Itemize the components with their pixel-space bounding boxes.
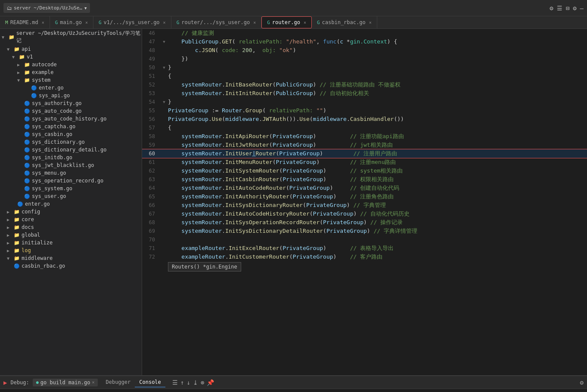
toolbar-scroll-btn[interactable]: ⤓ xyxy=(193,379,198,386)
sidebar-item-sys-authority[interactable]: 🔵 sys_authority.go xyxy=(0,99,142,107)
minimize-icon[interactable]: — xyxy=(580,5,584,12)
tab-close-router[interactable]: × xyxy=(304,20,306,25)
split-icon[interactable]: ⊟ xyxy=(566,5,569,12)
line-number: 55 xyxy=(142,106,160,115)
sidebar-item-system[interactable]: ▼ 📁 system xyxy=(0,76,142,84)
code-area[interactable]: 46 // 健康监测 47 ▼ PublicGroup.GET( relativ… xyxy=(142,29,587,375)
settings-icon[interactable]: ⚙ xyxy=(550,5,553,12)
sidebar-item-api[interactable]: ▼ 📁 api xyxy=(0,45,142,53)
tab-v1-sys-user[interactable]: G v1/.../sys_user.go × xyxy=(93,16,171,28)
sidebar-item-config[interactable]: ▶ 📁 config xyxy=(0,208,142,216)
tab-close-v1[interactable]: × xyxy=(163,20,166,25)
tab-label: v1/.../sys_user.go xyxy=(104,19,160,25)
sidebar-item-sys-jwt-blacklist[interactable]: 🔵 sys_jwt_blacklist.go xyxy=(0,161,142,169)
sidebar-item-sys-auto-code-history[interactable]: 🔵 sys_auto_code_history.go xyxy=(0,115,142,123)
expand-arrow: ▶ xyxy=(7,225,12,230)
left-panel: ▼ 📁 server ~/Desktop/UzJuSecurityTools/学… xyxy=(0,29,142,375)
folder-icon: 📁 xyxy=(14,240,20,246)
sidebar-item-sys-system[interactable]: 🔵 sys_system.go xyxy=(0,185,142,192)
line-number: 50 xyxy=(142,63,160,72)
sidebar-item-enter-go-v1[interactable]: ▶ 🔵 enter.go xyxy=(0,84,142,92)
toolbar-up-btn[interactable]: ↑ xyxy=(180,379,184,386)
sidebar-item-initialize[interactable]: ▶ 📁 initialize xyxy=(0,239,142,247)
sidebar-item-sys-operation-record[interactable]: 🔵 sys_operation_record.go xyxy=(0,177,142,185)
tab-label: router.go xyxy=(272,19,300,25)
tree-label: sys_captcha.go xyxy=(32,123,75,130)
sidebar-item-v1[interactable]: ▼ 📁 v1 xyxy=(0,53,142,61)
top-bar: 🗂 server ~/Desktop/UzJuSecurityTools/学习笔… xyxy=(0,0,587,16)
gear-icon[interactable]: ⚙ xyxy=(573,5,576,12)
sidebar-item-casbin-rbac[interactable]: 🔵 casbin_rbac.go xyxy=(0,262,142,270)
sidebar-item-example[interactable]: ▶ 📁 example xyxy=(0,68,142,76)
sidebar-item-autocode[interactable]: ▶ 📁 autocode xyxy=(0,61,142,68)
toolbar-pin-btn[interactable]: 📌 xyxy=(207,379,214,386)
sidebar-item-log[interactable]: ▶ 📁 log xyxy=(0,247,142,254)
tree-label: sys_api.go xyxy=(39,93,70,99)
sidebar-item-sys-dictionary-detail[interactable]: 🔵 sys_dictionary_detail.go xyxy=(0,146,142,154)
tree-label: config xyxy=(22,209,40,215)
folder-icon: 📁 xyxy=(9,34,15,40)
line-content: systemRouter.InitSysDictionaryDetailRout… xyxy=(168,227,587,235)
sidebar-item-enter-go-api[interactable]: 🔵 enter.go xyxy=(0,200,142,208)
sidebar-item-sys-casbin[interactable]: 🔵 sys_casbin.go xyxy=(0,130,142,138)
folder-icon: 📁 xyxy=(24,77,30,83)
tab-close-casbin[interactable]: × xyxy=(369,20,372,25)
expand-arrow: ▶ xyxy=(7,241,12,245)
tab-router-sys-user[interactable]: G router/.../sys_user.go × xyxy=(171,16,262,28)
line-number: 52 xyxy=(142,80,160,89)
sidebar-item-sys-captcha[interactable]: 🔵 sys_captcha.go xyxy=(0,123,142,130)
sidebar-item-sys-menu[interactable]: 🔵 sys_menu.go xyxy=(0,169,142,177)
line-content: exampleRouter.InitExcelRouter(PrivateGro… xyxy=(168,244,587,253)
line-number: 69 xyxy=(142,227,160,235)
line-content: } xyxy=(168,98,587,106)
tree-label: sys_system.go xyxy=(32,185,72,191)
line-number: 61 xyxy=(142,158,160,167)
sidebar-item-sys-api[interactable]: ▶ 🔵 sys_api.go xyxy=(0,92,142,99)
build-label: go build main.go xyxy=(40,380,90,386)
tab-label: casbin_rbac.go xyxy=(322,19,366,25)
sidebar-item-sys-user[interactable]: 🔵 sys_user.go xyxy=(0,192,142,200)
settings-icon-debug[interactable]: ⚙ xyxy=(580,379,584,386)
go-file-icon: 🔵 xyxy=(24,178,30,184)
go-file-icon: 🔵 xyxy=(31,85,37,91)
tab-casbin-rbac[interactable]: G casbin_rbac.go × xyxy=(312,16,377,28)
gutter xyxy=(160,29,168,37)
sidebar-item-sys-auto-code[interactable]: 🔵 sys_auto_code.go xyxy=(0,107,142,115)
tree-label: sys_initdb.go xyxy=(32,154,72,161)
debug-tabs: Debugger Console xyxy=(101,377,165,387)
tab-close-router-sys[interactable]: × xyxy=(253,20,256,25)
toolbar-list-btn[interactable]: ☰ xyxy=(172,379,178,386)
tab-console[interactable]: Console xyxy=(135,377,165,387)
line-number: 67 xyxy=(142,210,160,218)
sidebar-item-global[interactable]: ▶ 📁 global xyxy=(0,231,142,239)
sidebar-item-middleware[interactable]: ▼ 📁 middleware xyxy=(0,254,142,262)
tab-main-go[interactable]: G main.go × xyxy=(50,16,93,28)
console-output[interactable]: 2021/12/30 17:10:03 /Users/admin/go/pkg/… xyxy=(0,389,587,392)
tab-router-go[interactable]: G router.go × xyxy=(261,16,312,28)
toolbar-down-btn[interactable]: ↓ xyxy=(186,379,190,386)
close-icon-build[interactable]: × xyxy=(92,380,94,385)
line-number: 47 xyxy=(142,37,160,46)
tree-label: docs xyxy=(22,224,34,230)
file-tree: ▼ 📁 server ~/Desktop/UzJuSecurityTools/学… xyxy=(0,29,142,375)
list-icon[interactable]: ☰ xyxy=(557,5,562,12)
project-label[interactable]: 🗂 server ~/Desktop/UzJuSecurityTools/学习笔… xyxy=(3,3,90,13)
folder-icon: 📁 xyxy=(14,209,20,215)
sidebar-item-server[interactable]: ▼ 📁 server ~/Desktop/UzJuSecurityTools/学… xyxy=(0,29,142,45)
tab-close-readme[interactable]: × xyxy=(42,20,44,25)
sidebar-item-sys-dictionary[interactable]: 🔵 sys_dictionary.go xyxy=(0,138,142,146)
tab-debugger[interactable]: Debugger xyxy=(101,377,135,387)
sidebar-item-sys-initdb[interactable]: 🔵 sys_initdb.go xyxy=(0,154,142,161)
expand-arrow: ▼ xyxy=(17,78,22,83)
code-line-60[interactable]: 60 systemRouter.InitUser|Router(PrivateG… xyxy=(142,149,587,158)
go-icon: G xyxy=(99,20,102,25)
sidebar-item-docs[interactable]: ▶ 📁 docs xyxy=(0,223,142,231)
build-tab[interactable]: ● go build main.go × xyxy=(33,379,98,386)
tab-readme[interactable]: M README.md × xyxy=(0,16,50,28)
sidebar-item-core[interactable]: ▶ 📁 core xyxy=(0,216,142,223)
gutter: ▼ xyxy=(160,37,168,46)
line-content: systemRouter.InitSysDictionaryRouter(Pri… xyxy=(168,201,587,210)
toolbar-close-btn[interactable]: ⊗ xyxy=(201,379,204,386)
folder-icon: 📁 xyxy=(14,225,20,230)
tab-close-main[interactable]: × xyxy=(85,20,88,25)
